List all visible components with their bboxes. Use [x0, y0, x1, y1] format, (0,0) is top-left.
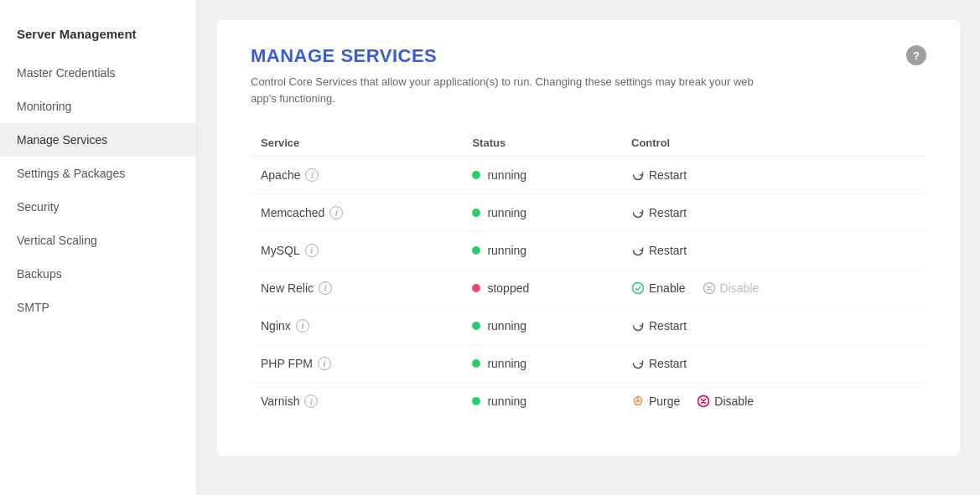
status-text: stopped	[487, 281, 529, 295]
btn-label: Restart	[649, 244, 687, 257]
table-row: Memcached i running Restart	[251, 194, 926, 232]
service-status-cell: running	[462, 232, 621, 270]
page-title: MANAGE SERVICES	[251, 45, 437, 67]
btn-restart[interactable]: Restart	[631, 206, 687, 219]
main-content: MANAGE SERVICES ? Control Core Services …	[197, 0, 980, 495]
sidebar-item-smtp[interactable]: SMTP	[0, 291, 196, 324]
control-cell: Restart	[631, 357, 916, 370]
control-cell: Purge Disable	[631, 394, 916, 408]
content-card: MANAGE SERVICES ? Control Core Services …	[217, 20, 960, 456]
sidebar-item-backups[interactable]: Backups	[0, 257, 196, 291]
status-cell: running	[472, 206, 611, 219]
table-row: Nginx i running Restart	[251, 307, 926, 345]
service-control-cell: Purge Disable	[621, 383, 926, 420]
btn-restart[interactable]: Restart	[631, 319, 687, 333]
service-label: MySQL	[261, 244, 300, 257]
service-label: Varnish	[261, 394, 299, 408]
btn-restart[interactable]: Restart	[631, 357, 687, 370]
status-cell: running	[472, 319, 611, 333]
btn-label: Disable	[720, 281, 760, 295]
table-row: Apache i running Restart	[251, 157, 926, 194]
status-text: running	[487, 244, 526, 257]
service-name: PHP FPM i	[261, 357, 452, 370]
service-name: New Relic i	[261, 281, 452, 295]
info-icon[interactable]: i	[304, 394, 318, 408]
status-text: running	[487, 168, 526, 182]
service-name: MySQL i	[261, 244, 452, 257]
status-cell: running	[472, 244, 611, 257]
sidebar-item-vertical-scaling[interactable]: Vertical Scaling	[0, 224, 196, 257]
sidebar-item-monitoring[interactable]: Monitoring	[0, 90, 196, 123]
btn-label: Restart	[649, 168, 687, 182]
status-text: running	[487, 319, 526, 333]
btn-restart[interactable]: Restart	[631, 244, 687, 257]
disable-inactive-icon	[703, 281, 716, 295]
service-status-cell: running	[462, 194, 621, 232]
sidebar-item-security[interactable]: Security	[0, 190, 196, 224]
page-header: MANAGE SERVICES ?	[251, 45, 926, 67]
service-control-cell: Restart	[621, 194, 926, 232]
page-description: Control Core Services that allow your ap…	[251, 74, 754, 106]
table-row: MySQL i running Restart	[251, 232, 926, 270]
sidebar-item-settings-packages[interactable]: Settings & Packages	[0, 157, 196, 190]
service-name-cell: MySQL i	[251, 232, 462, 270]
service-name-cell: Apache i	[251, 157, 462, 194]
btn-label: Disable	[714, 394, 754, 408]
status-dot	[472, 246, 480, 255]
restart-icon	[631, 357, 645, 370]
sidebar-item-manage-services[interactable]: Manage Services	[0, 123, 196, 157]
service-label: Apache	[261, 168, 300, 182]
info-icon[interactable]: i	[296, 319, 309, 333]
service-status-cell: running	[462, 383, 621, 420]
service-control-cell: Restart	[621, 232, 926, 270]
service-control-cell: Restart	[621, 307, 926, 345]
status-text: running	[487, 394, 526, 408]
btn-restart[interactable]: Restart	[631, 168, 687, 182]
enable-icon	[631, 281, 645, 295]
service-label: Memcached	[261, 206, 324, 219]
info-icon[interactable]: i	[318, 357, 331, 370]
restart-icon	[631, 206, 645, 219]
info-icon[interactable]: i	[319, 281, 332, 295]
col-control: Control	[621, 130, 926, 157]
btn-purge[interactable]: Purge	[631, 394, 680, 408]
restart-icon	[631, 319, 645, 333]
btn-label: Enable	[649, 281, 686, 295]
help-icon[interactable]: ?	[906, 45, 926, 65]
control-cell: Restart	[631, 319, 916, 333]
service-status-cell: running	[462, 345, 621, 383]
btn-label: Restart	[649, 319, 687, 333]
status-dot	[472, 209, 480, 217]
status-dot	[472, 397, 480, 405]
service-name-cell: Varnish i	[251, 383, 462, 420]
service-status-cell: running	[462, 307, 621, 345]
sidebar: Server Management Master CredentialsMoni…	[0, 0, 197, 495]
sidebar-item-master-credentials[interactable]: Master Credentials	[0, 56, 196, 90]
btn-label: Restart	[649, 357, 687, 370]
service-name-cell: PHP FPM i	[251, 345, 462, 383]
sidebar-title: Server Management	[0, 17, 196, 56]
restart-icon	[631, 244, 645, 257]
svg-point-0	[633, 283, 644, 294]
status-dot	[472, 359, 480, 368]
status-text: running	[487, 206, 526, 219]
service-control-cell: Restart	[621, 345, 926, 383]
disable-active-icon	[697, 394, 710, 408]
service-name: Varnish i	[261, 394, 452, 408]
info-icon[interactable]: i	[305, 244, 319, 257]
service-control-cell: Enable Disable	[621, 270, 926, 307]
table-row: New Relic i stopped Enable	[251, 270, 926, 307]
status-cell: running	[472, 357, 611, 370]
status-cell: running	[472, 394, 611, 408]
info-icon[interactable]: i	[305, 168, 319, 182]
info-icon[interactable]: i	[329, 206, 343, 219]
btn-disable: Disable	[703, 281, 760, 295]
services-table: Service Status Control Apache i running	[251, 130, 926, 420]
control-cell: Restart	[631, 168, 916, 182]
btn-disable[interactable]: Disable	[697, 394, 754, 408]
btn-enable[interactable]: Enable	[631, 281, 686, 295]
service-control-cell: Restart	[621, 157, 926, 194]
service-status-cell: running	[462, 157, 621, 194]
service-label: PHP FPM	[261, 357, 313, 370]
btn-label: Purge	[649, 394, 680, 408]
